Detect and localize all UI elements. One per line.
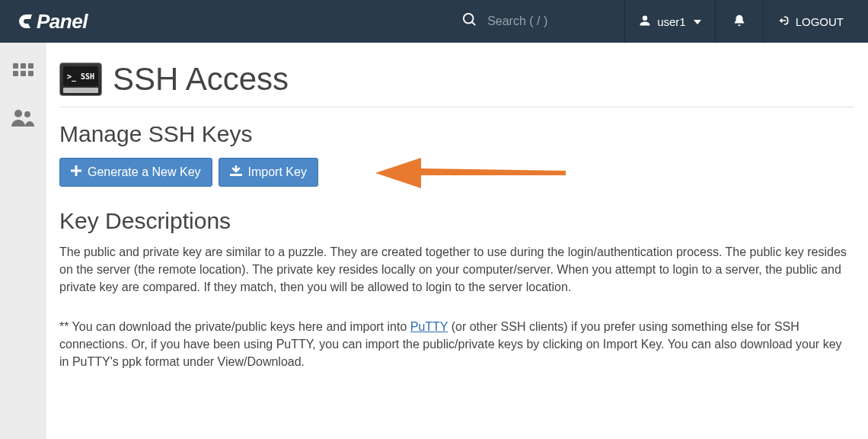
top-navbar: Panel user1 LOGOUT [0,0,868,43]
generate-new-key-button[interactable]: Generate a New Key [59,158,212,187]
user-icon [639,14,651,29]
manage-ssh-keys-title: Manage SSH Keys [59,121,854,147]
svg-rect-3 [13,71,18,76]
cpanel-logo-icon [15,10,38,33]
plus-icon [71,165,81,179]
svg-rect-0 [13,63,18,69]
notifications-button[interactable] [716,0,763,43]
import-key-button[interactable]: Import Key [219,158,318,187]
annotation-arrow [375,155,566,194]
user-label: user1 [657,15,686,28]
logout-icon [777,14,790,29]
apps-grid-icon[interactable] [11,61,34,87]
key-descriptions-title: Key Descriptions [59,208,854,234]
ssh-badge-text: >_ SSH [63,66,98,86]
svg-rect-2 [28,63,34,69]
navbar-search[interactable] [463,13,609,30]
svg-rect-1 [21,63,26,69]
users-icon[interactable] [10,108,36,131]
user-menu[interactable]: user1 [625,0,715,43]
svg-rect-5 [28,71,34,76]
ssh-key-buttons: Generate a New Key Import Key [59,158,854,187]
cpanel-logo-text: Panel [37,10,88,34]
import-icon [230,165,242,179]
logout-label: LOGOUT [796,15,844,28]
cpanel-logo[interactable]: Panel [15,10,88,34]
search-input[interactable] [487,14,609,28]
svg-rect-10 [230,174,242,176]
svg-rect-4 [21,71,26,76]
logout-button[interactable]: LOGOUT [764,0,856,43]
search-icon [463,13,477,30]
page-header: >_ SSH SSH Access [59,61,854,107]
left-rail [0,43,46,439]
ssh-access-icon: >_ SSH [59,62,102,96]
main-content: >_ SSH SSH Access Manage SSH Keys Genera… [46,43,868,439]
download-note-prefix: ** You can download the private/public k… [59,320,410,333]
key-descriptions-body: The public and private key are similar t… [59,243,854,296]
svg-point-7 [24,111,30,117]
bell-icon [732,14,746,30]
page-title: SSH Access [113,61,289,98]
svg-rect-9 [71,170,81,172]
import-button-label: Import Key [248,165,307,179]
putty-link[interactable]: PuTTY [410,320,448,333]
caret-down-icon [694,15,701,28]
svg-point-6 [14,110,22,117]
generate-button-label: Generate a New Key [88,165,201,179]
putty-download-note: ** You can download the private/public k… [59,318,854,371]
